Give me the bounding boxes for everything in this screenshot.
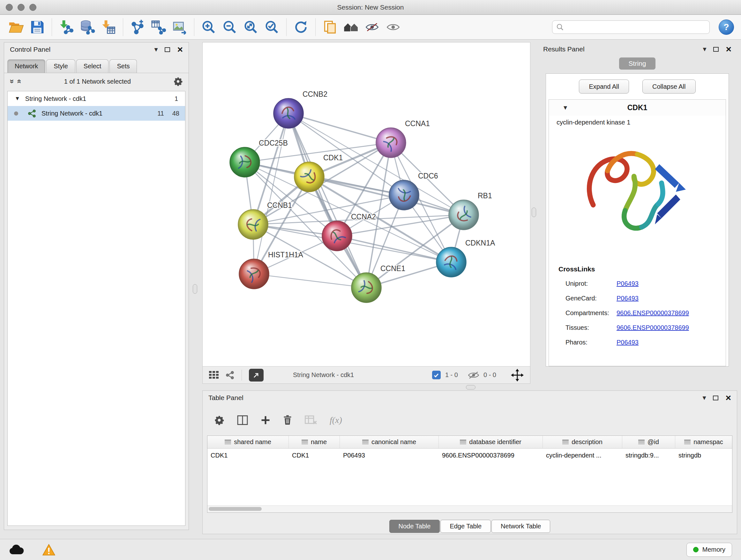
column-header-id[interactable]: @id <box>622 436 675 448</box>
crosslink-uniprot-link[interactable]: P06493 <box>616 280 638 287</box>
network-edge[interactable] <box>254 113 288 274</box>
column-header-shared-name[interactable]: shared name <box>207 436 289 448</box>
scrollbar-thumb[interactable] <box>209 507 262 511</box>
import-network-from-file-button[interactable] <box>57 17 76 37</box>
tab-select[interactable]: Select <box>76 59 109 73</box>
cell-database-identifier[interactable]: 9606.ENSP00000378699 <box>439 452 543 459</box>
home-button[interactable] <box>342 17 360 37</box>
show-columns-icon[interactable] <box>237 415 248 425</box>
memory-button[interactable]: Memory <box>686 543 732 557</box>
panel-menu-caret-icon[interactable]: ▾ <box>154 46 158 53</box>
network-node-ccnb1[interactable] <box>238 209 268 240</box>
refresh-button[interactable] <box>292 17 310 37</box>
crosslink-genecard-link[interactable]: P06493 <box>616 295 638 302</box>
table-row[interactable]: CDK1 CDK1 P06493 9606.ENSP00000378699 cy… <box>207 449 732 462</box>
new-network-button[interactable] <box>128 17 147 37</box>
network-collection-row[interactable]: ▼ String Network - cdk1 1 <box>8 91 185 106</box>
column-header-namespace[interactable]: namespac <box>675 436 732 448</box>
bottom-splitter-grip[interactable] <box>466 385 475 389</box>
tab-node-table[interactable]: Node Table <box>389 520 440 533</box>
export-image-button[interactable] <box>171 17 189 37</box>
expand-all-icon[interactable]: « <box>15 79 24 83</box>
network-row[interactable]: String Network - cdk1 11 48 <box>8 106 185 121</box>
network-node-ccne1[interactable] <box>351 273 381 303</box>
close-panel-icon[interactable]: × <box>726 44 731 54</box>
panel-menu-caret-icon[interactable]: ▾ <box>702 394 706 401</box>
network-node-cdk1[interactable] <box>294 162 324 192</box>
column-header-description[interactable]: description <box>543 436 622 448</box>
tab-network[interactable]: Network <box>7 59 45 73</box>
network-options-gear-icon[interactable] <box>173 77 183 86</box>
float-panel-icon[interactable] <box>713 395 718 400</box>
protein-section-header[interactable]: ▾ CDK1 <box>549 100 726 116</box>
zoom-selected-button[interactable] <box>263 17 281 37</box>
table-settings-gear-icon[interactable] <box>214 415 224 425</box>
close-panel-icon[interactable]: × <box>725 393 731 402</box>
tab-sets[interactable]: Sets <box>110 59 137 73</box>
tab-style[interactable]: Style <box>46 59 75 73</box>
close-panel-icon[interactable]: × <box>177 45 183 54</box>
network-node-cdc25b[interactable] <box>230 147 260 177</box>
search-input[interactable] <box>567 23 705 30</box>
cell-id[interactable]: stringdb:9... <box>622 452 675 459</box>
panel-menu-caret-icon[interactable]: ▾ <box>703 46 706 53</box>
tree-caret-icon[interactable]: ▼ <box>15 96 20 102</box>
function-builder-button[interactable]: f(x) <box>330 415 342 425</box>
table-horizontal-scrollbar[interactable] <box>207 505 732 512</box>
column-header-name[interactable]: name <box>289 436 340 448</box>
zoom-fit-button[interactable] <box>242 17 260 37</box>
network-edge[interactable] <box>288 113 391 143</box>
show-panel-button[interactable] <box>384 17 402 37</box>
hide-panel-button[interactable] <box>363 17 381 37</box>
save-session-button[interactable] <box>28 17 47 37</box>
warning-icon[interactable] <box>42 544 56 556</box>
zoom-out-button[interactable] <box>220 17 239 37</box>
tab-edge-table[interactable]: Edge Table <box>441 520 491 533</box>
network-canvas[interactable]: CCNB2CCNA1CDC25BCDK1CDC6RB1CCNB1CCNA2CDK… <box>203 43 530 366</box>
tab-string[interactable]: String <box>619 57 656 70</box>
delete-column-trash-icon[interactable] <box>283 415 292 425</box>
selection-checkbox[interactable] <box>432 371 441 379</box>
open-session-button[interactable] <box>7 17 25 37</box>
help-button[interactable]: ? <box>719 19 734 35</box>
left-splitter-grip[interactable] <box>193 284 197 294</box>
cell-shared-name[interactable]: CDK1 <box>207 452 289 459</box>
crosslink-compartments-link[interactable]: 9606.ENSP00000378699 <box>616 309 689 317</box>
import-network-from-database-button[interactable] <box>78 17 97 37</box>
copy-button[interactable] <box>321 17 339 37</box>
import-table-from-file-button[interactable] <box>99 17 118 37</box>
network-node-ccnb2[interactable] <box>273 98 304 128</box>
float-panel-icon[interactable] <box>713 47 719 52</box>
expand-all-button[interactable]: Expand All <box>579 79 629 94</box>
new-network-from-table-button[interactable] <box>149 17 168 37</box>
network-share-icon[interactable] <box>226 371 234 380</box>
add-column-plus-icon[interactable] <box>261 415 270 425</box>
network-node-cdc6[interactable] <box>389 180 419 210</box>
float-panel-icon[interactable] <box>165 47 170 52</box>
birds-eye-view-icon[interactable] <box>209 371 219 380</box>
column-header-canonical-name[interactable]: canonical name <box>340 436 439 448</box>
network-node-ccna2[interactable] <box>322 221 352 251</box>
zoom-in-button[interactable] <box>199 17 218 37</box>
network-edge[interactable] <box>337 236 451 262</box>
cell-name[interactable]: CDK1 <box>289 452 340 459</box>
move-crosshair-icon[interactable] <box>511 369 524 381</box>
open-in-window-button[interactable] <box>249 369 264 381</box>
network-edge[interactable] <box>254 274 366 288</box>
network-node-rb1[interactable] <box>449 200 479 230</box>
network-node-cdkn1a[interactable] <box>436 247 466 277</box>
network-node-hist1h1a[interactable] <box>239 259 269 289</box>
cell-description[interactable]: cyclin-dependent ... <box>543 452 622 459</box>
crosslink-pharos-link[interactable]: P06493 <box>616 339 638 346</box>
cell-canonical-name[interactable]: P06493 <box>340 452 439 459</box>
column-header-database-identifier[interactable]: database identifier <box>439 436 543 448</box>
tab-network-table[interactable]: Network Table <box>491 520 550 533</box>
network-node-ccna1[interactable] <box>376 128 406 158</box>
collapse-all-button[interactable]: Collapse All <box>643 79 696 94</box>
section-caret-icon[interactable]: ▾ <box>563 104 567 111</box>
cloud-icon[interactable] <box>9 545 24 555</box>
right-splitter-grip[interactable] <box>532 207 536 217</box>
network-edge[interactable] <box>288 113 366 288</box>
cell-namespace[interactable]: stringdb <box>675 452 732 459</box>
crosslink-tissues-link[interactable]: 9606.ENSP00000378699 <box>616 324 689 331</box>
